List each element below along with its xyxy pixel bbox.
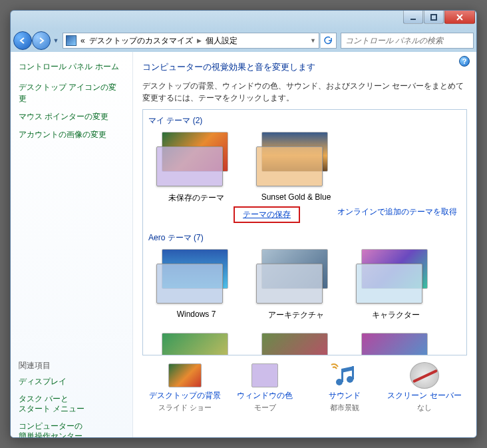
location-icon	[66, 35, 77, 46]
component-label: デスクトップの背景	[149, 390, 221, 401]
theme-thumbnail	[356, 333, 436, 355]
theme-label: Sunset Gold & Blue	[261, 192, 331, 202]
page-subtitle: デスクトップの背景、ウィンドウの色、サウンド、およびスクリーン セーバーをまとめ…	[142, 80, 467, 104]
theme-item-partial[interactable]	[152, 333, 240, 355]
close-button[interactable]	[444, 11, 475, 24]
task-link-account-picture[interactable]: アカウントの画像の変更	[19, 129, 124, 140]
related-items-header: 関連項目	[19, 360, 124, 371]
sound-icon	[327, 362, 363, 389]
aero-themes-row: Windows 7 アーキテクチャ キャラクター	[147, 249, 462, 355]
theme-thumbnail	[156, 333, 236, 355]
task-link-desktop-icons[interactable]: デスクトップ アイコンの変更	[19, 82, 124, 105]
save-theme-highlight: テーマの保存	[234, 206, 300, 223]
help-icon[interactable]: ?	[459, 56, 470, 67]
titlebar	[11, 11, 476, 29]
breadcrumb-seg-1[interactable]: デスクトップのカスタマイズ	[89, 35, 193, 47]
minimize-button[interactable]	[403, 11, 423, 24]
breadcrumb-seg-2[interactable]: 個人設定	[206, 35, 238, 47]
theme-thumbnail	[256, 132, 336, 188]
theme-actions: テーマの保存 オンラインで追加のテーマを取得	[147, 204, 462, 231]
address-bar[interactable]: « デスクトップのカスタマイズ ▶ 個人設定 ▼	[63, 33, 319, 49]
breadcrumb-sep-icon: ▶	[197, 37, 202, 44]
theme-thumbnail	[156, 249, 236, 306]
theme-unsaved[interactable]: 未保存のテーマ	[152, 132, 240, 204]
get-more-themes-link[interactable]: オンラインで追加のテーマを取得	[337, 206, 457, 223]
page-title: コンピューターの視覚効果と音を変更します	[142, 61, 467, 73]
component-label: スクリーン セーバー	[387, 390, 461, 401]
theme-label: アーキテクチャ	[268, 310, 324, 321]
related-link-taskbar-start[interactable]: タスク バーと スタート メニュー	[19, 394, 124, 415]
theme-sunset-gold-blue[interactable]: Sunset Gold & Blue	[252, 132, 340, 204]
desktop-background-icon	[167, 362, 204, 389]
theme-characters[interactable]: キャラクター	[352, 249, 440, 321]
nav-arrows	[13, 31, 51, 50]
nav-history-dropdown[interactable]: ▼	[52, 33, 60, 48]
window-color-link[interactable]: ウィンドウの色 モーブ	[225, 362, 305, 413]
window-color-icon	[247, 362, 283, 389]
theme-item-partial[interactable]	[352, 333, 440, 355]
related-link-ease-of-access[interactable]: コンピューターの 簡単操作センター	[19, 421, 124, 438]
component-value: モーブ	[254, 403, 276, 413]
theme-thumbnail	[256, 249, 336, 306]
refresh-button[interactable]	[321, 33, 337, 49]
theme-label: キャラクター	[372, 310, 420, 321]
theme-label: 未保存のテーマ	[168, 192, 224, 204]
related-link-display[interactable]: ディスプレイ	[19, 377, 124, 387]
component-label: サウンド	[329, 390, 361, 401]
sounds-link[interactable]: サウンド 都市景観	[305, 362, 385, 413]
svg-rect-1	[431, 15, 436, 20]
theme-thumbnail	[256, 333, 336, 355]
component-value: スライド ショー	[158, 403, 212, 413]
theme-item-partial[interactable]	[252, 333, 340, 355]
screen-saver-link[interactable]: スクリーン セーバー なし	[385, 362, 464, 413]
main-content: ? コンピューターの視覚効果と音を変更します デスクトップの背景、ウィンドウの色…	[133, 52, 476, 437]
content-body: コントロール パネル ホーム デスクトップ アイコンの変更 マウス ポインターの…	[11, 52, 476, 437]
save-theme-link[interactable]: テーマの保存	[243, 210, 291, 219]
search-box[interactable]	[341, 33, 474, 49]
task-link-mouse-pointers[interactable]: マウス ポインターの変更	[19, 111, 124, 122]
themes-list[interactable]: マイ テーマ (2) 未保存のテーマ Sunset Gold & Blue	[142, 109, 467, 355]
screen-saver-icon	[406, 362, 443, 389]
component-label: ウィンドウの色	[237, 390, 293, 401]
breadcrumb-chevrons: «	[81, 36, 85, 45]
svg-rect-0	[410, 19, 416, 20]
theme-thumbnail	[156, 132, 236, 188]
control-panel-window: ▼ « デスクトップのカスタマイズ ▶ 個人設定 ▼ コントロール パネル ホー…	[10, 10, 477, 438]
desktop-background-link[interactable]: デスクトップの背景 スライド ショー	[145, 362, 225, 413]
theme-windows-7[interactable]: Windows 7	[152, 249, 240, 321]
group-header-my-themes: マイ テーマ (2)	[148, 115, 462, 126]
navigation-bar: ▼ « デスクトップのカスタマイズ ▶ 個人設定 ▼	[11, 29, 476, 52]
component-value: 都市景観	[330, 403, 359, 413]
maximize-button[interactable]	[424, 11, 444, 24]
theme-components-row: デスクトップの背景 スライド ショー ウィンドウの色 モーブ	[142, 355, 467, 415]
address-dropdown-icon[interactable]: ▼	[310, 37, 316, 44]
search-input[interactable]	[345, 36, 469, 45]
back-button[interactable]	[13, 31, 32, 50]
theme-label: Windows 7	[177, 310, 216, 319]
my-themes-row: 未保存のテーマ Sunset Gold & Blue	[147, 132, 462, 204]
group-header-aero-themes: Aero テーマ (7)	[148, 232, 462, 244]
sidebar: コントロール パネル ホーム デスクトップ アイコンの変更 マウス ポインターの…	[11, 52, 133, 437]
forward-button[interactable]	[32, 31, 51, 50]
theme-thumbnail	[356, 249, 436, 306]
theme-architecture[interactable]: アーキテクチャ	[252, 249, 340, 321]
control-panel-home-link[interactable]: コントロール パネル ホーム	[19, 61, 124, 73]
component-value: なし	[417, 403, 432, 413]
